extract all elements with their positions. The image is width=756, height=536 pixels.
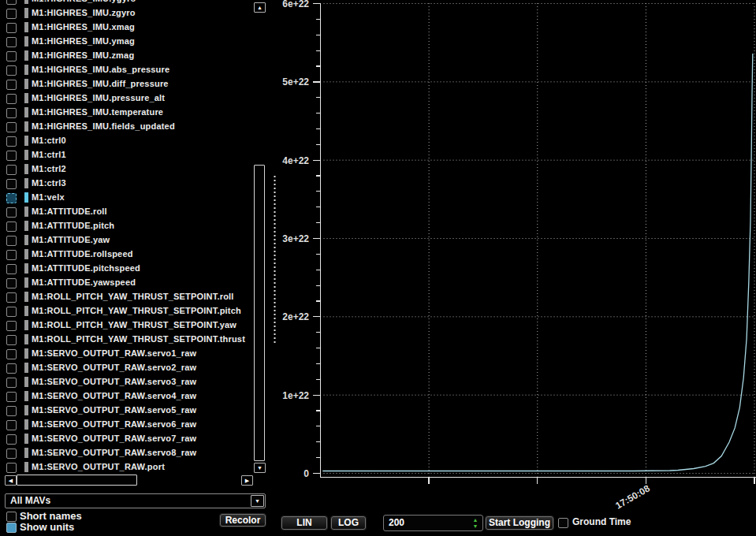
spin-up-icon[interactable]: ▲ [471,517,479,523]
y-axis-tick-label: 2e+22 [282,311,309,322]
plot-interval-value: 200 [389,517,404,528]
recolor-button[interactable]: Recolor [220,514,266,527]
start-logging-button[interactable]: Start Logging [486,516,553,530]
spin-down-icon[interactable]: ▼ [471,523,479,529]
plot-area[interactable]: 01e+222e+223e+224e+225e+226e+2217:50:08 [0,0,756,512]
x-axis-time-label: 17:50:08 [613,482,652,511]
show-units-checkbox[interactable] [6,523,17,533]
lin-scale-button[interactable]: LIN [281,516,327,530]
short-names-checkbox[interactable] [6,512,17,522]
plot-interval-input[interactable]: 200 ▲ ▼ [383,515,483,531]
y-axis-tick-label: 0 [304,468,309,479]
ground-time-label: Ground Time [572,516,631,527]
plot-window: M1:HIGHRES_IMU.ygyroM1:HIGHRES_IMU.zgyro… [0,0,756,536]
log-scale-button[interactable]: LOG [331,516,366,530]
y-axis-tick-label: 5e+22 [282,76,309,87]
y-axis-tick-label: 1e+22 [282,390,309,401]
y-axis-tick-label: 3e+22 [282,233,309,244]
y-axis-tick-label: 4e+22 [282,155,309,166]
y-axis-tick-label: 6e+22 [282,0,309,9]
ground-time-checkbox[interactable] [558,518,568,528]
show-units-label: Show units [20,521,74,533]
